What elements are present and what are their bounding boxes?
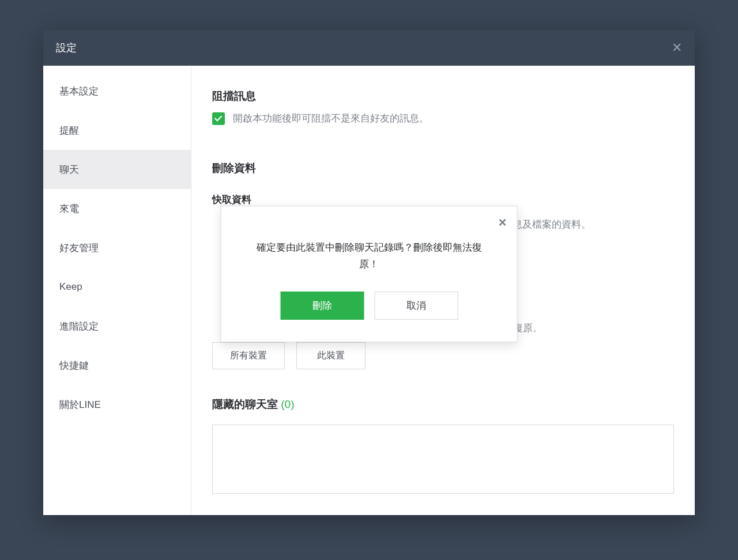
hidden-chats-title: 隱藏的聊天室 (0): [212, 397, 674, 412]
sidebar-item-label: 好友管理: [59, 241, 99, 255]
sidebar-item-shortcuts[interactable]: 快捷鍵: [43, 346, 191, 385]
confirm-delete-modal: × 確定要由此裝置中刪除聊天記錄嗎？刪除後即無法復原！ 刪除 取消: [221, 206, 518, 342]
sidebar-item-basic[interactable]: 基本設定: [43, 71, 191, 111]
modal-message: 確定要由此裝置中刪除聊天記錄嗎？刪除後即無法復原！: [250, 240, 488, 273]
cancel-button[interactable]: 取消: [374, 292, 458, 320]
hidden-chats-label: 隱藏的聊天室: [212, 398, 278, 410]
sidebar-item-call[interactable]: 來電: [43, 189, 191, 228]
sidebar-item-keep[interactable]: Keep: [43, 267, 191, 307]
checkbox-icon[interactable]: [212, 112, 225, 125]
sidebar-item-label: 基本設定: [59, 85, 99, 98]
sidebar-item-about[interactable]: 關於LINE: [43, 385, 191, 424]
block-messages-desc: 開啟本功能後即可阻擋不是來自好友的訊息。: [233, 112, 429, 125]
this-device-button[interactable]: 此裝置: [296, 342, 366, 369]
modal-button-row: 刪除 取消: [239, 292, 500, 320]
sidebar-item-label: 快捷鍵: [59, 359, 89, 372]
hidden-chats-list: [212, 425, 674, 494]
sidebar-item-chat[interactable]: 聊天: [43, 150, 191, 189]
modal-close-icon[interactable]: ×: [498, 214, 506, 230]
hidden-chats-count: (0): [281, 398, 294, 410]
sidebar-item-label: 進階設定: [59, 320, 99, 333]
device-button-row: 所有裝置 此裝置: [212, 342, 674, 369]
delete-button[interactable]: 刪除: [280, 292, 364, 320]
sidebar-item-notification[interactable]: 提醒: [43, 111, 191, 150]
sidebar-item-label: 來電: [59, 202, 79, 215]
sidebar-item-label: 提醒: [59, 124, 79, 137]
sidebar-item-label: 關於LINE: [59, 398, 101, 411]
block-messages-title: 阻擋訊息: [212, 89, 674, 104]
block-messages-row[interactable]: 開啟本功能後即可阻擋不是來自好友的訊息。: [212, 112, 674, 125]
sidebar-item-label: 聊天: [59, 163, 79, 176]
delete-data-title: 刪除資料: [212, 161, 674, 176]
sidebar: 基本設定 提醒 聊天 來電 好友管理 Keep 進階設定 快捷鍵 關於LINE: [43, 66, 191, 515]
window-title: 設定: [56, 41, 77, 55]
close-icon[interactable]: ✕: [672, 40, 682, 55]
partial-text-restore: 復原。: [513, 321, 543, 335]
titlebar: 設定 ✕: [43, 30, 695, 66]
sidebar-item-advanced[interactable]: 進階設定: [43, 307, 191, 346]
sidebar-item-label: Keep: [59, 281, 82, 293]
sidebar-item-friends[interactable]: 好友管理: [43, 228, 191, 267]
cache-data-title: 快取資料: [212, 193, 674, 206]
partial-text-cache-desc: 息及檔案的資料。: [513, 218, 591, 231]
all-devices-button[interactable]: 所有裝置: [212, 342, 285, 369]
